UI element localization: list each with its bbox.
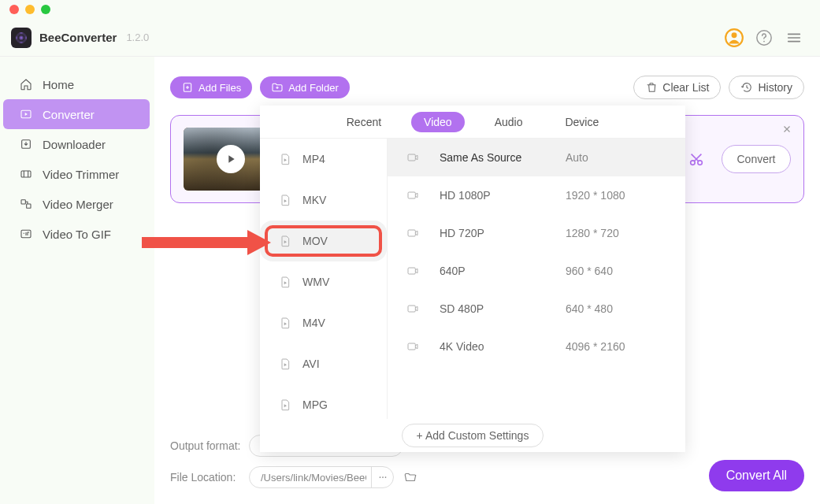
svg-point-15 (379, 476, 380, 478)
output-format-label: Output format: (170, 439, 249, 452)
video-icon (406, 227, 419, 239)
file-video-icon (279, 358, 291, 370)
file-video-icon (279, 398, 291, 411)
clear-list-button[interactable]: Clear List (633, 76, 721, 99)
sidebar-item-home[interactable]: Home (3, 69, 150, 99)
file-video-icon (279, 194, 291, 206)
svg-point-17 (384, 476, 386, 478)
format-option-m4v[interactable]: M4V (260, 302, 387, 343)
file-location-input[interactable] (250, 467, 371, 487)
format-option-avi[interactable]: AVI (260, 343, 387, 384)
format-label: MPG (302, 398, 328, 411)
video-icon (406, 302, 419, 315)
video-icon (406, 265, 419, 277)
svg-rect-22 (408, 306, 415, 312)
format-dropdown-panel: Recent Video Audio Device MP4MKVMOVWMVM4… (260, 106, 685, 452)
dropdown-tab-audio[interactable]: Audio (482, 112, 536, 132)
trimmer-icon (19, 168, 33, 180)
play-icon[interactable] (217, 145, 245, 173)
resolution-dimensions: 1280 * 720 (566, 227, 619, 239)
trash-icon (645, 81, 658, 94)
convert-button[interactable]: Convert (722, 145, 791, 173)
resolution-quality: HD 1080P (440, 189, 566, 202)
format-option-mov[interactable]: MOV (260, 220, 387, 261)
resolution-quality: SD 480P (440, 302, 566, 315)
svg-rect-20 (408, 230, 415, 236)
sidebar-item-label: Video To GIF (43, 228, 111, 241)
svg-rect-21 (408, 268, 415, 274)
window-maximize-button[interactable] (41, 5, 50, 14)
format-option-mpg[interactable]: MPG (260, 384, 387, 419)
add-folder-button[interactable]: Add Folder (260, 76, 350, 98)
history-label: History (758, 81, 792, 94)
sidebar-item-trimmer[interactable]: Video Trimmer (3, 159, 150, 189)
svg-rect-19 (408, 192, 415, 198)
account-icon[interactable] (722, 26, 746, 50)
svg-rect-6 (21, 171, 31, 177)
video-icon (406, 189, 419, 202)
format-label: MOV (302, 235, 328, 247)
converter-icon (19, 108, 33, 120)
format-option-wmv[interactable]: WMV (260, 261, 387, 302)
open-folder-button[interactable] (403, 470, 417, 484)
add-folder-icon (271, 81, 284, 94)
file-video-icon (279, 153, 291, 165)
clear-list-label: Clear List (662, 81, 709, 94)
resolution-option[interactable]: SD 480P640 * 480 (388, 290, 685, 328)
convert-all-button[interactable]: Convert All (709, 460, 804, 491)
add-custom-settings-button[interactable]: + Add Custom Settings (402, 424, 544, 447)
sidebar-item-converter[interactable]: Converter (3, 99, 150, 129)
close-icon[interactable] (781, 124, 792, 135)
resolution-option[interactable]: HD 720P1280 * 720 (388, 214, 685, 252)
svg-rect-7 (21, 200, 25, 204)
sidebar-item-label: Downloader (43, 138, 106, 151)
sidebar-item-label: Video Merger (43, 198, 113, 211)
format-label: AVI (302, 358, 320, 370)
resolution-quality: HD 720P (440, 227, 566, 239)
svg-point-16 (382, 476, 384, 478)
svg-point-1 (732, 32, 737, 38)
resolution-option[interactable]: 640P960 * 640 (388, 252, 685, 290)
gif-icon (19, 228, 33, 240)
format-option-mkv[interactable]: MKV (260, 180, 387, 220)
video-icon (406, 151, 419, 164)
help-icon[interactable] (752, 26, 776, 50)
dropdown-tab-video[interactable]: Video (411, 112, 465, 132)
resolution-quality: 4K Video (440, 340, 566, 353)
downloader-icon (19, 138, 33, 150)
resolution-dimensions: 1920 * 1080 (566, 189, 625, 202)
sidebar-item-label: Converter (43, 108, 95, 121)
resolution-option[interactable]: Same As SourceAuto (388, 139, 685, 176)
home-icon (19, 78, 33, 91)
window-close-button[interactable] (9, 5, 19, 14)
file-location-field[interactable] (249, 466, 394, 488)
resolution-option[interactable]: 4K Video4096 * 2160 (388, 328, 685, 365)
format-label: MKV (302, 194, 326, 206)
resolution-option[interactable]: HD 1080P1920 * 1080 (388, 176, 685, 214)
history-icon (740, 81, 753, 94)
file-video-icon (279, 235, 291, 247)
svg-rect-23 (408, 343, 415, 350)
dropdown-tab-recent[interactable]: Recent (334, 112, 394, 132)
history-button[interactable]: History (729, 76, 804, 99)
sidebar-item-downloader[interactable]: Downloader (3, 129, 150, 159)
sidebar-item-label: Home (43, 78, 74, 91)
add-files-icon (181, 81, 194, 94)
dropdown-tab-device[interactable]: Device (552, 112, 611, 132)
file-location-label: File Location: (170, 471, 249, 484)
format-option-mp4[interactable]: MP4 (260, 139, 387, 180)
window-minimize-button[interactable] (25, 5, 35, 14)
format-label: MP4 (302, 153, 325, 165)
format-label: WMV (302, 276, 329, 288)
add-files-button[interactable]: Add Files (170, 76, 252, 98)
resolution-quality: 640P (440, 265, 566, 277)
add-files-label: Add Files (199, 82, 241, 94)
video-icon (406, 340, 419, 353)
sidebar-item-label: Video Trimmer (43, 168, 119, 181)
sidebar-item-merger[interactable]: Video Merger (3, 189, 150, 219)
menu-icon[interactable] (782, 26, 806, 50)
file-location-more-button[interactable] (371, 467, 393, 487)
edit-cut-button[interactable] (681, 143, 712, 175)
sidebar-item-gif[interactable]: Video To GIF (3, 219, 150, 249)
format-label: M4V (302, 317, 325, 329)
